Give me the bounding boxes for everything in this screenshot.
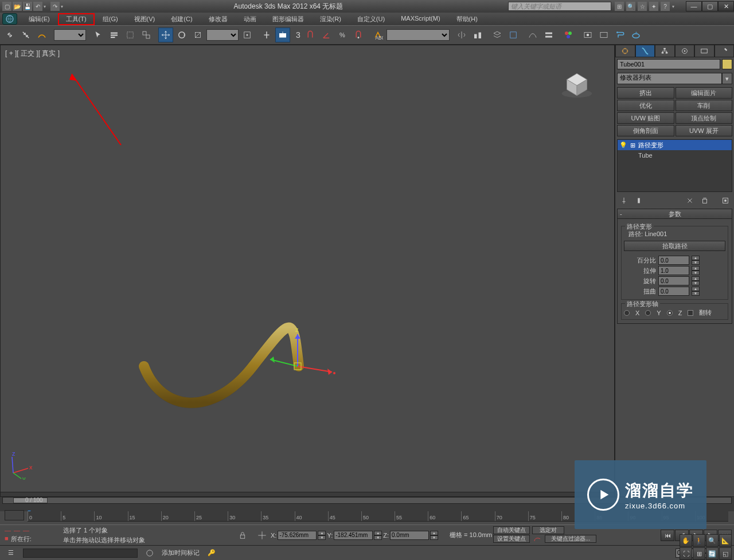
pin-stack-icon[interactable] [617, 195, 631, 206]
fov-icon[interactable]: 📐 [719, 534, 732, 547]
modifier-preset-button[interactable]: 优化 [617, 100, 674, 111]
time-tag-key-icon[interactable]: 🔑 [204, 546, 219, 561]
new-icon[interactable]: ▢ [2, 2, 11, 11]
orbit-icon[interactable]: 🔄 [706, 547, 719, 560]
align-icon[interactable] [470, 28, 485, 42]
menu-T[interactable]: 工具(T) [58, 13, 95, 25]
menu-C[interactable]: 创建(C) [163, 13, 200, 25]
graphite-icon[interactable] [506, 28, 521, 42]
link-icon[interactable] [2, 28, 17, 42]
percent-input[interactable] [658, 256, 689, 265]
select-region-rect-icon[interactable] [123, 28, 138, 42]
modifier-preset-button[interactable]: 顶点绘制 [676, 112, 733, 124]
modify-tab[interactable] [635, 45, 655, 57]
manipulate-icon[interactable] [259, 28, 274, 42]
bulb-icon[interactable]: 💡 [620, 142, 627, 148]
percent-snap-icon[interactable]: % [335, 28, 350, 42]
dope-sheet-icon[interactable] [541, 28, 556, 42]
undo-icon[interactable]: ↶ [33, 2, 42, 11]
modifier-stack[interactable]: 💡⊞路径变形Tube [617, 139, 732, 192]
goto-start-icon[interactable]: ⏮ [661, 530, 674, 541]
maxscript-listener-input[interactable] [23, 549, 138, 558]
search-icon[interactable]: 🔍 [626, 2, 635, 11]
z-coord-input[interactable] [390, 531, 429, 540]
help-search[interactable] [508, 2, 611, 11]
x-coord-input[interactable] [278, 531, 317, 540]
selection-filter-drop[interactable]: 全部 [54, 29, 86, 41]
minimize-button[interactable]: — [686, 1, 702, 11]
max-toggle-icon[interactable]: ◱ [719, 547, 732, 560]
keyboard-shortcut-icon[interactable] [275, 28, 290, 42]
menu-[interactable]: 动画 [236, 13, 264, 25]
named-sel-set-drop[interactable]: 创建选择集 [386, 29, 450, 41]
object-color-swatch[interactable] [722, 59, 732, 69]
create-tab[interactable] [615, 45, 635, 57]
menu-G[interactable]: 组(G) [95, 13, 126, 25]
menu-H[interactable]: 帮助(H) [448, 13, 486, 25]
menu-R[interactable]: 渲染(R) [312, 13, 349, 25]
y-spinner[interactable]: ▲▼ [374, 531, 382, 540]
make-unique-icon[interactable] [683, 195, 697, 206]
comm-center-icon[interactable]: ⊞ [615, 2, 624, 11]
axis-radio-Z[interactable] [667, 310, 673, 316]
hierarchy-tab[interactable] [655, 45, 675, 57]
rotate-input[interactable] [658, 276, 689, 285]
ed-sel-set-icon[interactable]: ABC [370, 28, 385, 42]
spinner-snap-icon[interactable] [351, 28, 366, 42]
menu-E[interactable]: 编辑(E) [21, 13, 58, 25]
y-coord-input[interactable] [334, 531, 373, 540]
flip-checkbox[interactable] [688, 310, 693, 316]
display-tab[interactable] [694, 45, 715, 57]
rotate-spinner[interactable]: ▲▼ [692, 276, 700, 285]
render-frame-icon[interactable] [596, 28, 611, 42]
app-menu-icon[interactable] [2, 13, 17, 25]
zoom-all-icon[interactable]: ⊞ [693, 547, 705, 560]
material-editor-icon[interactable] [561, 28, 576, 42]
save-icon[interactable]: 💾 [23, 2, 32, 11]
menu-V[interactable]: 视图(V) [126, 13, 163, 25]
stretch-input[interactable] [658, 266, 689, 275]
percent-spinner[interactable]: ▲▼ [692, 256, 700, 265]
modifier-list-drop-button[interactable]: ▾ [722, 73, 732, 84]
layer-manager-icon[interactable] [490, 28, 505, 42]
remove-mod-icon[interactable] [698, 195, 712, 206]
redo-icon[interactable]: ↷ [50, 2, 60, 11]
pan-icon[interactable]: ✋ [680, 534, 692, 547]
key-icon[interactable] [532, 535, 542, 543]
move-icon[interactable] [158, 28, 173, 42]
zoom-extents-icon[interactable]: ⛶ [680, 547, 692, 560]
walk-icon[interactable]: 🚶 [693, 534, 705, 547]
modifier-preset-button[interactable]: UVW 展开 [676, 125, 733, 136]
modifier-preset-button[interactable]: 编辑面片 [676, 87, 733, 99]
curve-editor-icon[interactable] [525, 28, 540, 42]
show-result-icon[interactable] [632, 195, 646, 206]
expand-icon[interactable]: ⊞ [629, 142, 636, 148]
undo-dd-icon[interactable]: ▾ [44, 2, 49, 11]
configure-sets-icon[interactable] [719, 195, 732, 206]
stack-item[interactable]: 💡⊞路径变形 [618, 140, 732, 150]
ref-coord-drop[interactable]: 视图 [206, 29, 239, 41]
help-icon[interactable]: ? [661, 2, 670, 11]
pivot-icon[interactable] [240, 28, 255, 42]
modifier-preset-button[interactable]: 倒角剖面 [617, 125, 674, 136]
modifier-preset-button[interactable]: 挤出 [617, 87, 674, 99]
lock-selection-icon[interactable] [235, 528, 250, 543]
z-spinner[interactable]: ▲▼ [430, 531, 438, 540]
setkey-button[interactable]: 设置关键点 [493, 535, 530, 543]
transform-type-icon[interactable] [255, 528, 270, 543]
snap-toggle-icon[interactable] [303, 28, 318, 42]
menu-MAXScriptM[interactable]: MAXScript(M) [393, 13, 448, 25]
twist-spinner[interactable]: ▲▼ [692, 287, 700, 296]
twist-input[interactable] [658, 287, 689, 296]
scale-icon[interactable] [190, 28, 205, 42]
viewport[interactable]: [ + ][ 正交 ][ 真实 ] z [0, 45, 615, 496]
select-name-icon[interactable] [107, 28, 122, 42]
modifier-preset-button[interactable]: UVW 贴图 [617, 112, 674, 124]
axis-radio-Y[interactable] [645, 310, 651, 316]
object-name-input[interactable] [617, 59, 720, 69]
utilities-tab[interactable] [715, 45, 735, 57]
pick-path-button[interactable]: 拾取路径 [624, 241, 725, 251]
zoom-icon[interactable]: 🔍 [706, 534, 719, 547]
params-rollout-header[interactable]: - 参数 [617, 209, 732, 219]
viewcube[interactable] [557, 62, 597, 103]
